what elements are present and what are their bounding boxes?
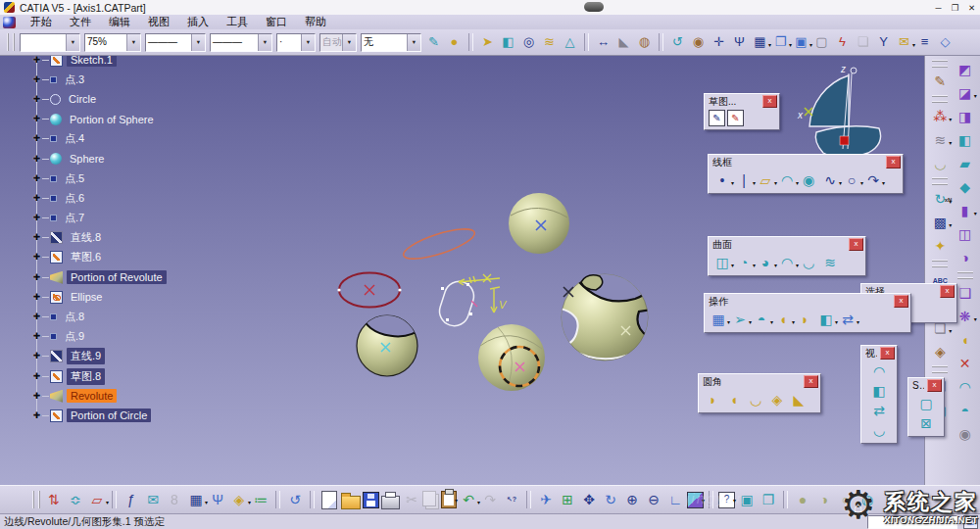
layer-combo[interactable]: 无▾ (361, 33, 421, 52)
pan-icon[interactable]: ✥ (579, 490, 599, 509)
historic-graph-icon[interactable]: Y (874, 33, 893, 52)
capture-camera-icon[interactable]: ◉ (956, 424, 975, 444)
circle-icon[interactable]: ○▾ (842, 170, 861, 190)
tree-item-label[interactable]: 点.5 (61, 170, 88, 187)
close-icon[interactable]: x (804, 375, 818, 388)
tree-item-点.9[interactable]: ✚点.9 (25, 327, 167, 347)
expand-node-icon[interactable]: ✚ (31, 173, 42, 184)
tree-item-直线.9[interactable]: ✚直线.9 (25, 347, 167, 366)
boundary-icon[interactable]: ◗ (795, 310, 814, 329)
print-icon[interactable] (381, 496, 400, 509)
zoom-level-combo[interactable]: 75%▾ (84, 33, 141, 52)
shaft-icon[interactable]: ◑ (956, 248, 975, 267)
toolbar-grip[interactable] (932, 365, 948, 373)
styling-hand-icon[interactable]: ◖ (956, 330, 975, 350)
toolbar-grip[interactable] (32, 491, 40, 508)
pocket-icon[interactable]: ◫ (956, 224, 975, 244)
examine-mode-icon[interactable]: ◉ (689, 33, 708, 52)
edge-fillet-icon[interactable]: ◖ (724, 390, 744, 409)
layers-icon[interactable]: ❏ (854, 33, 872, 52)
powder-spray-icon[interactable]: ≋▾ (930, 130, 950, 150)
expand-node-icon[interactable]: ✚ (31, 74, 42, 85)
app-window-icon[interactable] (4, 2, 15, 13)
expand-node-icon[interactable]: ✚ (31, 351, 42, 361)
swap-surface-icon[interactable]: ⇄ (869, 401, 889, 420)
menu-item-tools[interactable]: 工具 (218, 14, 257, 30)
point-symbol-combo[interactable]: ·▾ (276, 33, 316, 52)
redo-icon[interactable]: ↷ (480, 490, 500, 509)
expand-node-icon[interactable]: ✚ (31, 292, 42, 303)
tritangent-fillet-icon[interactable]: ◣ (789, 390, 808, 409)
transform-icon[interactable]: ⇄▾ (838, 310, 858, 329)
sphere-surface-icon[interactable]: ◕▾ (756, 253, 775, 272)
rotate-icon[interactable]: ↻ (601, 490, 620, 509)
specification-tree-icon[interactable]: Ψ (730, 33, 749, 52)
sweep-solid-icon[interactable]: ◨ (956, 107, 975, 126)
tree-item-Sketch.1[interactable]: ✚Sketch.1 (25, 56, 167, 70)
extrude-surface-icon[interactable]: ◫▾ (712, 253, 732, 272)
expand-node-icon[interactable]: ✚ (31, 331, 42, 342)
paint-attributes-icon[interactable]: ✎ (424, 33, 443, 52)
projection-icon[interactable]: ◠▾ (777, 170, 797, 190)
constraint-8-icon[interactable]: 8 (165, 490, 184, 509)
project-point-icon[interactable]: ◠ (869, 361, 889, 381)
grid-icon[interactable]: ▦▾ (751, 33, 769, 52)
formula-icon[interactable]: ƒ (122, 490, 141, 509)
equivalent-dimensions-icon[interactable]: ≔ (251, 490, 270, 509)
zoom-in-icon[interactable]: ⊕ (622, 490, 642, 509)
tree-item-label[interactable]: 草图.6 (67, 249, 105, 265)
loft-solid-icon[interactable]: ▰ (956, 154, 975, 173)
operations-toolbar[interactable]: 操作x ▦▾➢▾◓▾◖▾◗◧▾⇄▾ (704, 293, 911, 333)
face-face-fillet-icon[interactable]: ◈ (767, 390, 787, 409)
curve-analysis-icon[interactable]: ≋ (540, 33, 559, 52)
shape-fillet-icon[interactable]: ◗ (703, 390, 722, 409)
menu-item-file[interactable]: 文件 (61, 14, 100, 30)
repeat-xn-icon[interactable]: ↻▾xN (930, 189, 950, 209)
expand-node-icon[interactable]: ✚ (31, 410, 42, 421)
tree-item-label[interactable]: 点.4 (61, 130, 88, 147)
sphere-full[interactable] (509, 193, 569, 254)
menu-item-insert[interactable]: 插入 (178, 14, 218, 30)
close-button[interactable]: ✕ (963, 1, 980, 14)
fill-solid-icon[interactable]: ◧ (956, 130, 975, 150)
chevron-down-icon[interactable]: ▾ (301, 34, 315, 51)
shaded-edges-sphere-icon[interactable]: ◑ (814, 490, 834, 509)
tree-item-草图.6[interactable]: ✚草图.6 (25, 248, 167, 267)
expand-node-icon[interactable]: ✚ (31, 114, 42, 124)
lock-icon[interactable]: ◈▾ (229, 490, 249, 509)
join-icon[interactable]: ▦▾ (709, 310, 728, 329)
expand-node-icon[interactable]: ✚ (31, 193, 42, 204)
speech-bubble-icon[interactable]: ✉ (143, 490, 163, 509)
expand-node-icon[interactable]: ✚ (31, 371, 42, 382)
expand-node-icon[interactable]: ✚ (31, 232, 42, 243)
catalog-arrow-icon[interactable]: ➤ (478, 33, 497, 52)
variable-fillet-icon[interactable]: ◡ (746, 390, 765, 409)
tree-item-Circle[interactable]: ✚Circle (25, 89, 167, 109)
menu-item-start[interactable]: 开始 (22, 14, 61, 30)
tree-item-label[interactable]: 点.8 (61, 309, 88, 325)
tree-item-label[interactable]: Sketch.1 (67, 56, 117, 67)
structure-panels-icon[interactable]: ❐▾ (771, 33, 790, 52)
fillet-toolbar[interactable]: 圆角x ◗◖◡◈◣ (698, 373, 821, 413)
tree-item-label[interactable]: 直线.9 (67, 348, 105, 364)
revolve-surface-icon[interactable]: ◔▾ (734, 253, 754, 272)
close-icon[interactable]: x (940, 285, 955, 298)
tree-item-label[interactable]: 点.3 (61, 72, 88, 88)
expand-node-icon[interactable]: ✚ (31, 391, 42, 402)
toolbar-grip[interactable] (7, 33, 15, 51)
line-type-combo[interactable]: ———▾ (145, 33, 206, 52)
tree-item-label[interactable]: Portion of Circle (67, 409, 151, 422)
shaded-sphere-icon[interactable]: ● (793, 490, 812, 509)
dome-surface-icon[interactable]: ◓ (956, 401, 975, 420)
offset-solid-icon[interactable]: ◪▾ (956, 83, 975, 103)
zoom-out-icon[interactable]: ⊖ (644, 490, 663, 509)
expand-node-icon[interactable]: ✚ (31, 133, 42, 144)
3d-viewport[interactable]: V (0, 56, 980, 485)
tree-item-label[interactable]: 点.7 (61, 210, 88, 226)
tree-item-label[interactable]: Portion of Sphere (66, 113, 158, 126)
knowledge-exchange-icon[interactable]: ⇅ (44, 490, 64, 509)
umbrella-surface-icon[interactable]: ◠ (956, 377, 975, 397)
blend-solid-icon[interactable]: ◆ (956, 177, 975, 197)
toolbar-grip[interactable] (932, 60, 948, 68)
menu-item-window[interactable]: 窗口 (257, 14, 296, 30)
